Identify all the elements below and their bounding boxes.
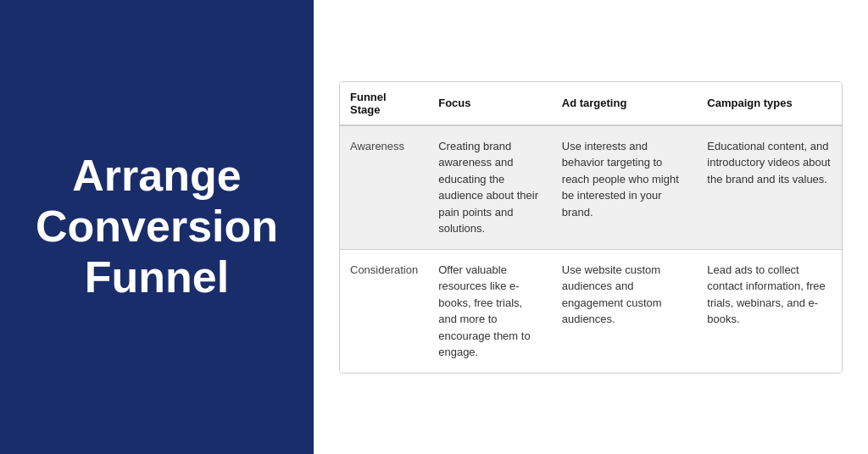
campaign-consideration: Lead ads to collect contact information,… [697, 249, 842, 373]
stage-consideration: Consideration [340, 249, 428, 373]
table-row: Consideration Offer valuable resources l… [340, 249, 842, 373]
header-ad-targeting: Ad targeting [552, 82, 698, 125]
table-header-row: Funnel Stage Focus Ad targeting Campaign… [340, 82, 842, 125]
focus-consideration: Offer valuable resources like e-books, f… [428, 249, 552, 373]
page-title: Arrange Conversion Funnel [34, 151, 280, 302]
focus-awareness: Creating brand awareness and educating t… [428, 125, 552, 250]
targeting-consideration: Use website custom audiences and engagem… [552, 249, 698, 373]
header-campaign-types: Campaign types [697, 82, 842, 125]
table-row: Awareness Creating brand awareness and e… [340, 125, 842, 250]
stage-awareness: Awareness [340, 125, 428, 250]
right-panel: Funnel Stage Focus Ad targeting Campaign… [314, 0, 868, 454]
header-focus: Focus [428, 82, 552, 125]
funnel-table-wrapper: Funnel Stage Focus Ad targeting Campaign… [339, 81, 843, 374]
header-funnel-stage: Funnel Stage [340, 82, 428, 125]
campaign-awareness: Educational content, and introductory vi… [697, 125, 842, 250]
funnel-table: Funnel Stage Focus Ad targeting Campaign… [340, 82, 842, 373]
targeting-awareness: Use interests and behavior targeting to … [552, 125, 698, 250]
left-panel: Arrange Conversion Funnel [0, 0, 314, 454]
